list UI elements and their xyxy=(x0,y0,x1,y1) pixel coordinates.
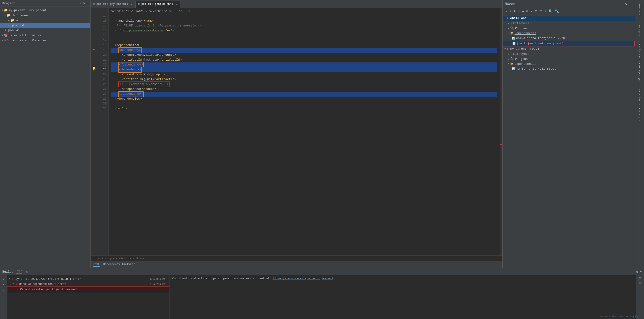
maven-central-link[interactable]: https://repo.maven.apache.org/maven2 xyxy=(273,277,333,280)
code-content[interactable]: <version>1.0-SNAPSHOT</version> <!-- ???… xyxy=(109,8,500,256)
hint-icon[interactable]: 💡 xyxy=(92,67,96,71)
maven-wrench-icon[interactable]: 🔧 xyxy=(554,9,559,14)
maven-plugins-child[interactable]: ▶ 🔌 Plugins xyxy=(502,26,635,31)
build-cannot-resolve-row[interactable]: ⊘ Cannot resolve junit:junit:unknown xyxy=(7,286,169,292)
maven-label: Dependencies xyxy=(514,62,536,66)
arrow-icon: ▼ xyxy=(504,48,506,50)
dep-icon: 📊 xyxy=(512,67,515,70)
maven-fastjson[interactable]: 📊 com.alibaba:fastjson:1.2.70 xyxy=(502,36,635,41)
maven-add-icon[interactable]: + xyxy=(517,9,520,14)
maven-my-parent[interactable]: ▼ m my-parent (root) xyxy=(502,46,635,51)
build-tree: ▼ ⊘ Sync: at 2021/1/29 下午9:45 with 1 err… xyxy=(7,275,170,319)
tab-close-btn[interactable]: ✕ xyxy=(176,3,178,6)
maven-tree-icon[interactable]: ≡ xyxy=(540,9,542,14)
tab-text[interactable]: Text xyxy=(93,262,100,267)
editor-tab-parent-pom[interactable]: m pom.xml (my-parent) ✕ xyxy=(90,1,136,8)
maven-panel: Maven ⚙ − ↻ ⬇ ⬇ + ▶ m ≠ ⟳ ≡ ⇅ 🔍 🔧 xyxy=(502,0,635,268)
maven-deps-root[interactable]: ▼ 📦 Dependencies xyxy=(502,62,635,66)
maven-junit-unknown[interactable]: 📊 junit:junit:unknown (test) xyxy=(502,41,635,46)
code-editor[interactable]: ▶ 💡 xyxy=(90,8,502,256)
code-line-19: <dependency> xyxy=(111,48,497,53)
sidebar-settings-icon[interactable]: ⚙ xyxy=(83,2,85,5)
tree-item-child-one[interactable]: ▼ 📁 child-one xyxy=(0,13,90,18)
editor-tab-child-pom[interactable]: m pom.xml (child-one) ✕ xyxy=(136,1,180,8)
build-resolve-row[interactable]: ▼ ⊘ Resolve dependencies 1 error 1 s 296… xyxy=(7,282,169,286)
tree-item-scratches[interactable]: ▶ ✎ Scratches and Consoles xyxy=(0,38,90,43)
build-sync-label: Sync: at 2021/1/29 下午9:45 with 1 error xyxy=(16,277,81,281)
build-minimize-icon[interactable]: − xyxy=(640,270,642,274)
build-sync-row[interactable]: ▼ ⊘ Sync: at 2021/1/29 下午9:45 with 1 err… xyxy=(7,276,169,282)
run-icon[interactable]: ▶ xyxy=(93,47,94,51)
editor-scrollbar[interactable] xyxy=(500,8,502,256)
code-line-18: <dependencies> xyxy=(111,43,497,48)
tree-item-my-parent[interactable]: ▼ 📁 my-parent ~/my-parent xyxy=(0,8,90,13)
vtab-codoboa[interactable]: Codoboa xyxy=(637,23,642,38)
maven-filter-icon[interactable]: 🔍 xyxy=(548,9,553,14)
folder-icon: 📁 xyxy=(4,8,8,12)
build-close-icon[interactable]: ✕ xyxy=(26,270,28,274)
gutter-line-27 xyxy=(90,86,97,91)
maven-lifecycle-root[interactable]: ▶ ⚡ Lifecycle xyxy=(502,51,635,56)
maven-m-icon[interactable]: m xyxy=(526,9,528,14)
build-time-resolve: 1 s 296 ms xyxy=(150,283,168,286)
maven-settings-icon[interactable]: ⚙ xyxy=(625,2,628,6)
build-settings-icon[interactable]: ⚙ xyxy=(636,270,638,274)
maven-collapse-icon[interactable]: ⇅ xyxy=(544,9,546,14)
build-left-icons: ↻ ⬆ ☆ xyxy=(0,275,7,319)
breadcrumb-dependency[interactable]: dependency xyxy=(129,257,144,260)
maven-label: Lifecycle xyxy=(513,52,529,56)
build-right-tab-1[interactable]: ≡ xyxy=(639,277,641,280)
tree-item-pom-root[interactable]: m pom.xml xyxy=(0,28,90,33)
maven-refresh-icon[interactable]: ↻ xyxy=(504,9,507,14)
line-num-17: 17 xyxy=(97,38,106,43)
tree-label: child-one xyxy=(12,14,28,17)
tree-item-external-libs[interactable]: ▶ 📚 External Libraries xyxy=(0,33,90,38)
maven-download-sources-icon[interactable]: ⬇ xyxy=(509,9,512,14)
tree-label: pom.xml xyxy=(8,28,21,32)
vtab-alibaba-ros[interactable]: Alibaba ROS Templates xyxy=(637,87,642,123)
maven-junit-4-11[interactable]: 📊 junit:junit:4.11 (test) xyxy=(502,66,635,71)
build-stop-icon[interactable]: ⬆ xyxy=(2,283,4,286)
error-icon: ⊘ xyxy=(16,282,17,286)
line-num-29: 29 xyxy=(97,96,106,102)
line-num-20: 20 xyxy=(97,53,106,58)
build-filter-icon[interactable]: ☆ xyxy=(2,289,4,292)
tab-dependency-analyzer[interactable]: Dependency Analyzer xyxy=(103,263,135,266)
maven-plugins-root[interactable]: ▶ 🔌 Plugins xyxy=(502,56,635,62)
breadcrumb-project[interactable]: project xyxy=(93,257,104,260)
maven-sync-icon[interactable]: ⟳ xyxy=(534,9,538,14)
tree-item-pom-child[interactable]: m pom.xml xyxy=(0,23,90,28)
maven-label: child-one xyxy=(510,16,526,20)
dep-icon: 📊 xyxy=(512,37,515,40)
maven-download-icon[interactable]: ⬇ xyxy=(513,9,516,14)
build-rerun-icon[interactable]: ↻ xyxy=(2,277,4,280)
lib-icon: 📚 xyxy=(4,34,8,37)
vtab-database[interactable]: Database xyxy=(637,2,642,18)
sidebar-close-icon[interactable]: − xyxy=(86,2,88,5)
vtab-alibaba-function[interactable]: Alibaba Function Compute xyxy=(637,42,642,82)
maven-run-icon[interactable]: ▶ xyxy=(522,9,524,14)
maven-child-one[interactable]: ▼ m child-one xyxy=(502,16,635,21)
module-icon: m xyxy=(506,17,508,20)
editor-tabs-bar: m pom.xml (my-parent) ✕ m pom.xml (child… xyxy=(90,0,502,8)
tree-item-src[interactable]: ▶ 📁 src xyxy=(0,18,90,23)
plugins-icon: 🔌 xyxy=(510,26,514,30)
code-line-11: <version>1.0-SNAPSHOT</version> <!-- ???… xyxy=(111,9,497,14)
error-text-25: junit xyxy=(144,77,152,82)
maven-deps-child[interactable]: ▼ 📦 Dependencies xyxy=(502,31,635,36)
line-num-31: 31 xyxy=(97,106,106,111)
error-icon: ⊘ xyxy=(17,288,18,291)
line-num-30: 30 xyxy=(97,102,106,106)
sidebar-collapse-icon[interactable]: ⇅ xyxy=(80,2,82,5)
maven-lifecycle-child[interactable]: ▶ ⚡ Lifecycle xyxy=(502,21,635,26)
tab-close-btn[interactable]: ✕ xyxy=(131,3,132,6)
maven-close-icon[interactable]: − xyxy=(630,2,632,6)
arrow-icon: ▼ xyxy=(9,278,10,280)
maven-skip-icon[interactable]: ≠ xyxy=(530,9,533,14)
build-sync-tab[interactable]: Sync xyxy=(16,270,22,274)
maven-label: my-parent (root) xyxy=(510,47,539,50)
line-num-24: 24 xyxy=(97,72,106,77)
vertical-tabs-panel: Database Codoboa Alibaba Function Comput… xyxy=(635,0,644,268)
build-right-tab-2[interactable]: m xyxy=(638,282,642,284)
breadcrumb-dependencies[interactable]: dependencies xyxy=(107,257,125,260)
